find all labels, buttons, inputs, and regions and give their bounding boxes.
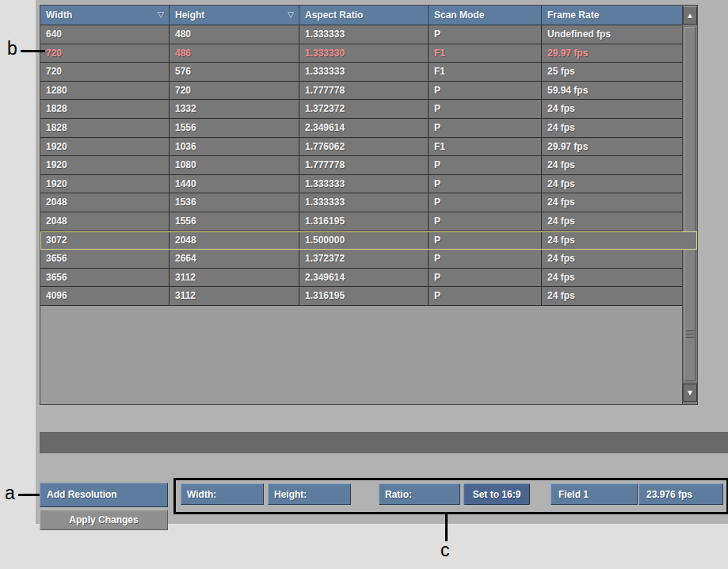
table-row[interactable]: 409631121.316195P24 fps (40, 287, 697, 306)
table-cell: 2048 (40, 193, 170, 212)
table-cell: 24 fps (542, 119, 697, 137)
table-cell: 1556 (170, 119, 299, 137)
table-cell: F1 (429, 138, 542, 156)
table-row[interactable]: 192010801.777778P24 fps (40, 156, 697, 175)
table-cell: 1.372372 (299, 250, 429, 268)
table-row[interactable]: 365626641.372372P24 fps (40, 250, 697, 269)
table-row[interactable]: 307220481.500000P24 fps (40, 231, 697, 250)
table-cell: 720 (40, 44, 170, 63)
table-cell: 720 (170, 82, 299, 100)
table-cell: 2.349614 (299, 119, 429, 137)
table-cell: 1556 (170, 212, 299, 231)
table-body: 6404801.333333PUndefined fps7204861.3333… (40, 25, 697, 306)
table-cell: 640 (40, 25, 170, 44)
table-row[interactable]: 182813321.372372P24 fps (40, 100, 697, 119)
scroll-up-button[interactable]: ▲ (683, 6, 697, 25)
table-cell: 25 fps (542, 63, 697, 81)
table-cell: 1.372372 (299, 100, 429, 118)
table-cell: P (429, 269, 542, 287)
table-cell: 4096 (40, 287, 170, 305)
table-row[interactable]: 12807201.777778P59.94 fps (40, 82, 697, 101)
arrow-up-icon: ▲ (686, 11, 694, 20)
table-row[interactable]: 204815561.316195P24 fps (40, 212, 697, 231)
table-cell: 1828 (40, 119, 170, 137)
callout-line-c (445, 512, 448, 541)
table-cell: Undefined fps (542, 25, 697, 44)
add-resolution-button[interactable]: Add Resolution (40, 483, 168, 507)
table-cell: 24 fps (542, 100, 697, 118)
table-cell: 2048 (170, 231, 299, 250)
table-cell: 1332 (170, 100, 299, 118)
table-cell: 24 fps (542, 212, 697, 231)
table-cell: 1.333333 (299, 175, 429, 193)
table-cell: 1920 (40, 175, 170, 193)
table-cell: 1280 (40, 82, 170, 100)
table-cell: P (429, 156, 542, 174)
table-row[interactable]: 6404801.333333PUndefined fps (40, 25, 697, 44)
column-header-scan-mode[interactable]: Scan Mode (429, 6, 542, 25)
table-cell: 720 (40, 63, 170, 81)
table-cell: 1.777778 (299, 82, 429, 100)
column-header-height[interactable]: Height▽ (170, 6, 299, 25)
table-cell: F1 (429, 44, 542, 63)
table-cell: 24 fps (542, 156, 697, 174)
table-row[interactable]: 204815361.333333P24 fps (40, 193, 697, 212)
table-cell: 2.349614 (299, 269, 429, 287)
sort-triangle-icon[interactable]: ▽ (288, 6, 294, 25)
callout-label-b: b (7, 38, 17, 59)
scroll-down-button[interactable]: ▼ (683, 384, 697, 402)
table-cell: P (429, 250, 542, 268)
table-cell: 3656 (40, 269, 170, 287)
table-cell: 24 fps (542, 250, 697, 268)
table-cell: 1.316195 (299, 212, 429, 231)
table-cell: 576 (170, 63, 299, 81)
scrollbar-thumb[interactable] (684, 27, 696, 381)
table-cell: 3072 (40, 231, 170, 250)
table-cell: 1.500000 (299, 231, 429, 250)
column-header-frame-rate[interactable]: Frame Rate (542, 6, 697, 25)
table-cell: 24 fps (542, 287, 697, 305)
arrow-down-icon: ▼ (686, 388, 694, 397)
callout-label-a: a (5, 483, 15, 504)
table-cell: 24 fps (542, 193, 697, 212)
table-header-row: Width▽Height▽Aspect RatioScan ModeFrame … (40, 6, 697, 25)
table-cell: P (429, 119, 542, 137)
separator-bar (40, 432, 728, 453)
table-cell: 480 (170, 25, 299, 44)
table-cell: P (429, 25, 542, 44)
table-cell: 486 (170, 44, 299, 63)
vertical-scrollbar[interactable]: ▲ ▼ (682, 6, 697, 404)
callout-label-c: c (440, 540, 450, 561)
table-cell: 1036 (170, 138, 299, 156)
table-cell: 1.333333 (299, 63, 429, 81)
table-row[interactable]: 365631122.349614P24 fps (40, 269, 697, 288)
table-cell: 24 fps (542, 269, 697, 287)
column-header-aspect-ratio[interactable]: Aspect Ratio (299, 6, 429, 25)
format-panel: Width▽Height▽Aspect RatioScan ModeFrame … (36, 0, 728, 524)
table-cell: 29.97 fps (542, 138, 697, 156)
table-cell: 3112 (170, 269, 299, 287)
table-row[interactable]: 192014401.333333P24 fps (40, 175, 697, 194)
apply-changes-button[interactable]: Apply Changes (40, 510, 168, 530)
table-cell: 1920 (40, 156, 170, 174)
table-cell: 1.776062 (299, 138, 429, 156)
table-cell: P (429, 193, 542, 212)
table-cell: P (429, 175, 542, 193)
sort-triangle-icon[interactable]: ▽ (158, 6, 164, 25)
table-cell: 1.333333 (299, 193, 429, 212)
table-cell: P (429, 231, 542, 250)
table-cell: P (429, 82, 542, 100)
table-cell: 1.333330 (299, 44, 429, 63)
table-row[interactable]: 7204861.333330F129.97 fps (40, 44, 697, 63)
table-row[interactable]: 192010361.776062F129.97 fps (40, 138, 697, 157)
table-cell: 1920 (40, 138, 170, 156)
table-cell: 3656 (40, 250, 170, 268)
column-header-width[interactable]: Width▽ (40, 6, 170, 25)
table-cell: 24 fps (542, 231, 697, 250)
table-cell: 24 fps (542, 175, 697, 193)
table-cell: 29.97 fps (542, 44, 697, 63)
table-cell: 1536 (170, 193, 299, 212)
table-row[interactable]: 7205761.333333F125 fps (40, 63, 697, 82)
callout-line-b (21, 50, 45, 52)
table-row[interactable]: 182815562.349614P24 fps (40, 119, 697, 138)
